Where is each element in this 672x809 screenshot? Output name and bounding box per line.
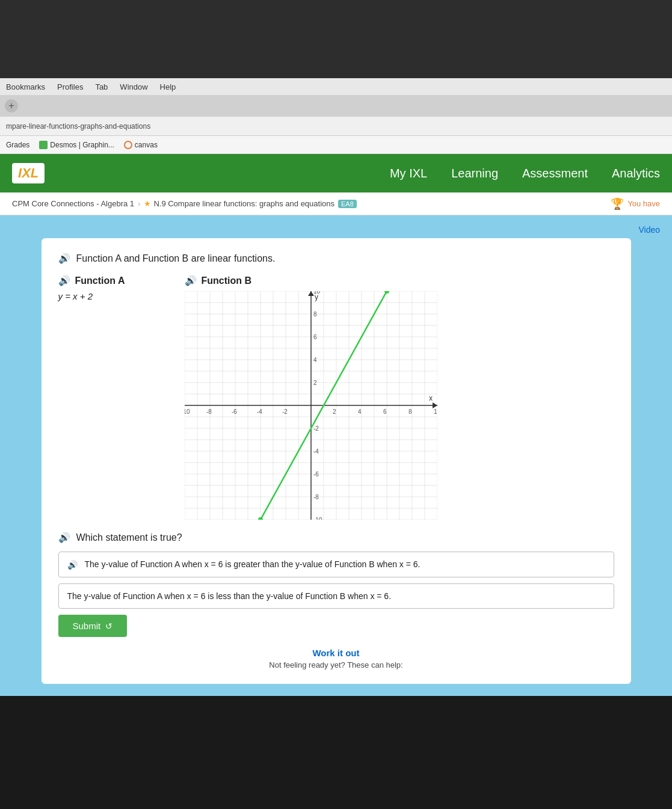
which-statement-speaker[interactable] [58, 532, 70, 543]
trophy-area: 🏆 You have [611, 197, 660, 211]
intro-text: Function A and Function B are linear fun… [76, 253, 276, 264]
function-a-speaker[interactable] [58, 275, 70, 286]
function-a-title: Function A [75, 275, 125, 286]
tab-bar: + [0, 95, 672, 117]
url-text: mpare-linear-functions-graphs-and-equati… [6, 122, 150, 131]
answer-option-2[interactable]: The y-value of Function A when x = 6 is … [58, 583, 614, 609]
video-link[interactable]: Video [12, 221, 660, 238]
statement-section: Which statement is true? 🔊 The y-value o… [58, 532, 614, 637]
breadcrumb-badge: EA8 [338, 200, 357, 208]
breadcrumb-skill: N.9 Compare linear functions: graphs and… [153, 199, 334, 208]
breadcrumb-sep1: › [138, 199, 140, 208]
menu-tab[interactable]: Tab [95, 82, 108, 91]
work-it-out-link[interactable]: Work it out [58, 648, 614, 658]
option2-text: The y-value of Function A when x = 6 is … [67, 591, 392, 601]
address-bar[interactable]: mpare-linear-functions-graphs-and-equati… [0, 117, 672, 136]
answer-option-1[interactable]: 🔊 The y-value of Function A when x = 6 i… [58, 552, 614, 577]
option1-speaker[interactable]: 🔊 [67, 560, 78, 570]
submit-button[interactable]: Submit ↺ [58, 615, 128, 637]
menu-bookmarks[interactable]: Bookmarks [6, 82, 45, 91]
bookmark-grades[interactable]: Grades [6, 141, 29, 149]
graph-container: Function B [185, 275, 614, 520]
function-a-panel: Function A y = x + 2 [58, 275, 161, 301]
option1-text: The y-value of Function A when x = 6 is … [85, 559, 421, 569]
intro-speaker-icon[interactable] [58, 253, 70, 264]
nav-learning[interactable]: Learning [451, 167, 498, 180]
function-b-graph [185, 291, 437, 520]
submit-arrow-icon: ↺ [105, 621, 113, 631]
top-dark-bar [0, 0, 672, 78]
grades-label: Grades [6, 141, 29, 149]
bookmark-desmos[interactable]: Desmos | Graphin... [39, 141, 114, 149]
desmos-label: Desmos | Graphin... [50, 141, 114, 149]
ixl-logo-xl: XL [22, 165, 39, 180]
you-have-text: You have [627, 199, 660, 208]
function-b-speaker[interactable] [185, 275, 197, 286]
main-question: Function A and Function B are linear fun… [58, 253, 614, 264]
menu-profiles[interactable]: Profiles [57, 82, 83, 91]
ixl-logo[interactable]: IXL [12, 163, 45, 183]
not-feeling-text: Not feeling ready yet? These can help: [58, 660, 614, 669]
bookmark-canvas[interactable]: canvas [124, 141, 158, 149]
which-statement-text: Which statement is true? [76, 532, 182, 543]
new-tab-button[interactable]: + [5, 99, 18, 112]
work-it-out-section: Work it out Not feeling ready yet? These… [58, 648, 614, 669]
nav-my-ixl[interactable]: My IXL [390, 167, 427, 180]
breadcrumb-course[interactable]: CPM Core Connections - Algebra 1 [12, 199, 134, 208]
main-content: Video Function A and Function B are line… [0, 215, 672, 696]
nav-assessment[interactable]: Assessment [522, 167, 588, 180]
nav-analytics[interactable]: Analytics [612, 167, 660, 180]
function-a-label: Function A [58, 275, 161, 286]
menu-help[interactable]: Help [160, 82, 176, 91]
function-b-title: Function B [202, 275, 252, 286]
function-a-equation: y = x + 2 [58, 291, 161, 301]
breadcrumb-star: ★ [144, 199, 151, 208]
submit-label: Submit [73, 621, 101, 631]
canvas-icon [124, 141, 132, 149]
which-statement: Which statement is true? [58, 532, 614, 543]
content-card: Function A and Function B are linear fun… [42, 238, 631, 684]
breadcrumb-bar: CPM Core Connections - Algebra 1 › ★ N.9… [0, 192, 672, 215]
function-b-label: Function B [185, 275, 252, 286]
menu-bar: Bookmarks Profiles Tab Window Help [0, 78, 672, 95]
menu-window[interactable]: Window [120, 82, 147, 91]
canvas-label: canvas [135, 141, 158, 149]
desmos-icon [39, 141, 48, 149]
ixl-nav: IXL My IXL Learning Assessment Analytics [0, 154, 672, 192]
functions-row: Function A y = x + 2 Function B [58, 275, 614, 520]
trophy-icon: 🏆 [611, 197, 624, 211]
bookmarks-bar: Grades Desmos | Graphin... canvas [0, 136, 672, 154]
